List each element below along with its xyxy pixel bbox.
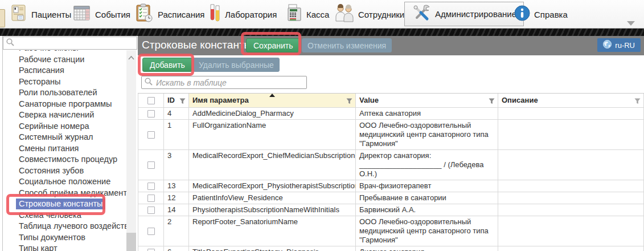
table-row: 1FullOrganizationNameООО Лечебно-оздоров… (138, 120, 644, 150)
row-select-cell[interactable] (138, 120, 164, 150)
sidebar-item-label: Способ приёма медикаментов (19, 188, 128, 197)
toolbar-overflow-arrow-icon[interactable] (627, 21, 635, 26)
sidebar-scrollbar[interactable] (126, 50, 136, 251)
row-checkbox[interactable] (147, 161, 155, 169)
row-select-cell[interactable] (138, 192, 164, 204)
row-select-cell[interactable] (138, 204, 164, 216)
toolbar-item-label: Касса (306, 10, 329, 19)
sidebar-search-box[interactable] (3, 37, 137, 50)
sidebar-item[interactable]: Типы документов (19, 232, 128, 244)
row-value-cell: Врач-физиотерапевт (356, 180, 498, 192)
sidebar-search-input[interactable] (17, 39, 137, 47)
row-value-cell: Диагноз санатория (356, 246, 498, 251)
row-checkbox[interactable] (147, 207, 155, 214)
row-select-cell[interactable] (138, 150, 164, 180)
row-description-cell (498, 120, 644, 150)
administration-icon (412, 3, 431, 25)
toolbar-item-patients[interactable]: Пациенты (10, 0, 71, 29)
sidebar-item[interactable]: Серийные номера (19, 121, 128, 132)
toolbar-item-schedules[interactable]: Расписания (135, 0, 204, 29)
sidebar-item[interactable]: Состояния зубов (19, 165, 128, 177)
sidebar-item[interactable]: Роли пользователей (19, 87, 128, 99)
column-label: Value (359, 96, 379, 105)
help-icon (514, 5, 530, 23)
main-toolbar: Пациенты События Расписания Лаборатория … (0, 0, 644, 29)
sidebar-item-label: Рабочие смены (19, 50, 79, 52)
table-header-row: ID Имя параметра Value Описание (138, 94, 644, 108)
toolbar-item-administration[interactable]: Администрирование (404, 2, 524, 26)
sidebar-item-selected[interactable]: Строковые константы (19, 199, 128, 210)
sidebar-item[interactable]: Сверка начислений (19, 110, 128, 121)
row-checkbox[interactable] (147, 249, 155, 251)
table-search-box[interactable] (141, 76, 307, 89)
sidebar-item-label: Рабочие станции (19, 55, 84, 64)
add-button[interactable]: Добавить (142, 58, 192, 72)
row-select-cell[interactable] (138, 180, 164, 192)
row-checkbox[interactable] (147, 110, 155, 118)
filter-icon[interactable] (634, 98, 641, 107)
sidebar-item[interactable]: Типы карт (19, 243, 128, 251)
sidebar-item[interactable]: Рестораны (19, 76, 128, 88)
sidebar-item-label: Схема человека (19, 210, 81, 220)
row-checkbox[interactable] (147, 228, 155, 235)
sidebar-item[interactable]: Социальное положение (19, 176, 128, 188)
row-checkbox[interactable] (147, 131, 155, 139)
row-checkbox[interactable] (147, 183, 155, 190)
sidebar-item[interactable]: Смены питания (19, 143, 128, 155)
row-select-cell[interactable] (138, 108, 164, 120)
toolbar-item-cashdesk[interactable]: Касса (286, 0, 329, 29)
row-checkbox[interactable] (147, 195, 155, 202)
row-name-cell: TitlePageExportingStrategy_Diagnosis (189, 246, 356, 251)
locale-badge[interactable]: ru-RU (597, 38, 641, 52)
filter-icon[interactable] (179, 98, 186, 107)
filter-icon[interactable] (346, 98, 352, 107)
delete-selected-button[interactable]: Удалить выбранные (193, 58, 280, 72)
constants-table: ID Имя параметра Value Описание 4AddMedi… (138, 93, 644, 251)
chevron-up-icon[interactable] (128, 52, 134, 63)
toolbar-item-employees[interactable]: Сотрудники (335, 0, 404, 29)
column-header-name[interactable]: Имя параметра (189, 94, 356, 108)
column-header-id[interactable]: ID (164, 94, 189, 108)
row-select-cell[interactable] (138, 216, 164, 246)
sort-ascending-icon (269, 94, 275, 97)
patients-icon (10, 4, 27, 25)
cropped-icon-sliver (0, 9, 5, 27)
toolbar-item-help[interactable]: Справка (514, 0, 568, 29)
sidebar-item-label: Рестораны (19, 77, 60, 86)
sidebar-item-label: Серийные номера (19, 122, 89, 131)
sidebar-item[interactable]: Совместимость процедур (19, 154, 128, 165)
cashdesk-icon (286, 4, 302, 25)
page-title: Строковые константы (142, 39, 252, 51)
save-button[interactable]: Сохранить (246, 38, 301, 52)
panel-header-bar: Строковые константы Сохранить Отменить и… (138, 36, 644, 55)
sidebar-item[interactable]: Санаторные программы (19, 99, 128, 110)
toolbar-item-label: Расписания (158, 10, 204, 19)
toolbar-item-label: Справка (534, 10, 568, 19)
toolbar-item-events[interactable]: События (73, 0, 130, 29)
sidebar-item[interactable]: Таблица лучевого воздействия (19, 221, 128, 232)
sidebar-item[interactable]: Схема человека (19, 210, 128, 221)
main-panel: Строковые константы Сохранить Отменить и… (138, 36, 644, 251)
column-header-value[interactable]: Value (356, 94, 498, 108)
separator-bar (0, 29, 644, 36)
employees-icon (335, 4, 354, 25)
select-all-cell[interactable] (138, 94, 164, 108)
toolbar-item-laboratory[interactable]: Лаборатория (208, 0, 277, 29)
toolbar-item-label: Лаборатория (225, 10, 277, 19)
sidebar-item-label: Санаторные программы (19, 99, 112, 108)
row-id-cell: 14 (164, 204, 189, 216)
sidebar-item-label: Роли пользователей (19, 88, 97, 97)
select-all-checkbox[interactable] (147, 97, 155, 104)
row-select-cell[interactable] (138, 246, 164, 251)
toolbar-item-label: Пациенты (31, 10, 71, 19)
sidebar-item[interactable]: Рабочие станции (19, 54, 128, 66)
sidebar-item[interactable]: Расписания (19, 65, 128, 76)
sidebar-scroll-thumb[interactable] (126, 233, 136, 251)
sidebar-item[interactable]: Способ приёма медикаментов (19, 188, 128, 199)
column-header-description[interactable]: Описание (498, 94, 644, 108)
table-search-input[interactable] (156, 78, 306, 87)
cancel-changes-button[interactable]: Отменить изменения (302, 38, 392, 52)
sidebar-item[interactable]: Системный журнал (19, 132, 128, 143)
row-description-cell (498, 108, 644, 120)
filter-icon[interactable] (489, 98, 495, 107)
